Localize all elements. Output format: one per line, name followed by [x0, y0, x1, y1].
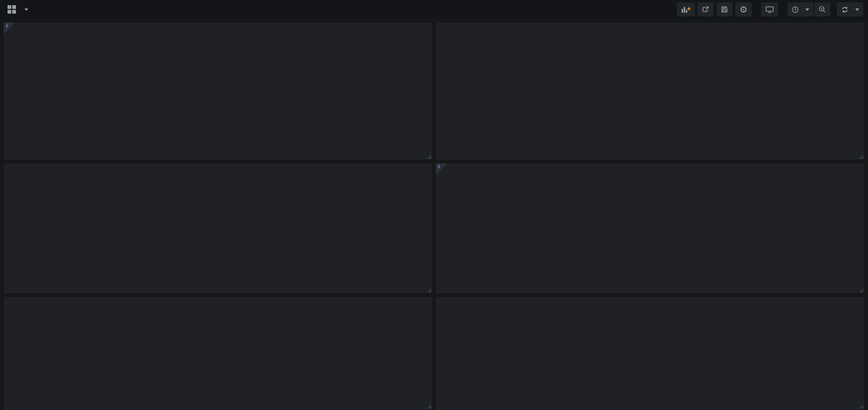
- panel-resize-handle[interactable]: [427, 405, 431, 408]
- panel-title[interactable]: [436, 297, 864, 309]
- panel-title[interactable]: [4, 23, 432, 35]
- chart-legend: [4, 284, 432, 293]
- panel-resize-handle[interactable]: [427, 289, 431, 292]
- time-range-button[interactable]: [788, 2, 813, 16]
- save-icon: [721, 6, 728, 13]
- share-icon: [702, 6, 709, 13]
- chart-legend: [436, 284, 864, 293]
- chart-canvas: [4, 309, 145, 380]
- panel-successful-results: [4, 297, 432, 410]
- panel-title[interactable]: [436, 163, 864, 176]
- chevron-down-icon: [855, 8, 859, 11]
- panel-response-time: [436, 23, 864, 160]
- panel-resize-handle[interactable]: [860, 405, 863, 408]
- panel-success-rate-gauges: [4, 23, 432, 160]
- panel-title[interactable]: [4, 163, 432, 176]
- monitor-icon: [765, 6, 774, 13]
- panel-success-rate-graph: [4, 163, 432, 293]
- cycle-view-button[interactable]: [761, 2, 778, 16]
- panel-info-icon[interactable]: [436, 163, 447, 175]
- panel-resize-handle[interactable]: [860, 289, 863, 292]
- refresh-button[interactable]: [837, 2, 863, 16]
- panel-info-icon[interactable]: [4, 23, 15, 34]
- refresh-icon: [841, 6, 849, 13]
- save-button[interactable]: [716, 2, 732, 16]
- add-panel-button[interactable]: [677, 2, 695, 16]
- zoom-out-button[interactable]: [814, 2, 830, 16]
- gauge-row: [4, 35, 432, 160]
- chart-legend: [436, 150, 864, 160]
- panel-total-results: [436, 163, 864, 293]
- magnifier-minus-icon: [819, 6, 826, 13]
- chart-canvas: [4, 176, 145, 246]
- gear-icon: [739, 5, 747, 14]
- panel-title[interactable]: [436, 23, 864, 35]
- dashboard-grid: [0, 19, 868, 410]
- chart-legend: [4, 400, 432, 410]
- clock-icon: [792, 6, 799, 13]
- settings-button[interactable]: [735, 2, 752, 16]
- bar-chart-plus-icon: [681, 6, 691, 13]
- chart-canvas: [436, 309, 577, 380]
- chart-legend: [436, 400, 864, 410]
- chart-canvas: [436, 176, 577, 246]
- chevron-down-icon[interactable]: [24, 8, 28, 11]
- share-button[interactable]: [698, 2, 714, 16]
- panel-resize-handle[interactable]: [427, 155, 431, 158]
- navbar: [0, 0, 868, 19]
- panel-resize-handle[interactable]: [860, 155, 863, 158]
- dashboard-grid-icon[interactable]: [8, 5, 16, 14]
- panel-unsuccessful-results: [436, 297, 864, 410]
- chevron-down-icon: [805, 8, 809, 11]
- chart-canvas: [436, 35, 577, 105]
- panel-title[interactable]: [4, 297, 432, 309]
